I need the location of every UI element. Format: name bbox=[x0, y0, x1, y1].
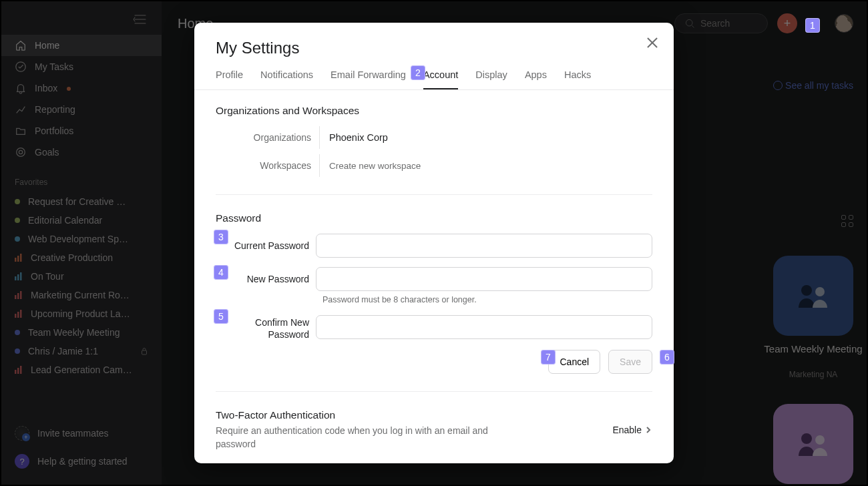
save-button[interactable]: Save bbox=[608, 350, 652, 374]
tfa-enable-button[interactable]: Enable bbox=[612, 425, 652, 435]
tab-notifications[interactable]: Notifications bbox=[260, 69, 313, 89]
divider bbox=[216, 194, 652, 195]
chevron-right-icon bbox=[644, 426, 652, 434]
modal-title: My Settings bbox=[216, 39, 652, 57]
tfa-description: Require an authentication code when you … bbox=[216, 424, 496, 451]
annotation-badge-3: 3 bbox=[214, 230, 228, 244]
tab-account[interactable]: Account bbox=[423, 69, 458, 89]
confirm-password-input[interactable] bbox=[316, 315, 652, 339]
annotation-badge-1: 1 bbox=[805, 18, 820, 33]
tab-email-forwarding[interactable]: Email Forwarding bbox=[331, 69, 406, 89]
tab-profile[interactable]: Profile bbox=[216, 69, 243, 89]
tab-apps[interactable]: Apps bbox=[525, 69, 547, 89]
annotation-badge-7: 7 bbox=[541, 350, 556, 364]
tfa-enable-label: Enable bbox=[612, 425, 642, 435]
workspaces-label: Workspaces bbox=[216, 154, 320, 177]
password-section-title: Password bbox=[216, 212, 652, 224]
create-workspace-link[interactable]: Create new workspace bbox=[320, 161, 421, 171]
annotation-badge-6: 6 bbox=[660, 350, 674, 364]
tfa-title: Two-Factor Authentication bbox=[216, 409, 496, 421]
current-password-input[interactable] bbox=[316, 234, 652, 258]
divider bbox=[216, 391, 652, 392]
tab-display[interactable]: Display bbox=[475, 69, 507, 89]
organizations-label: Organizations bbox=[216, 126, 320, 149]
password-hint: Password must be 8 characters or longer. bbox=[322, 295, 652, 304]
annotation-badge-5: 5 bbox=[214, 309, 228, 324]
close-button[interactable] bbox=[646, 36, 659, 49]
settings-tabs: Profile Notifications Email Forwarding A… bbox=[194, 57, 674, 90]
annotation-badge-4: 4 bbox=[214, 265, 228, 280]
organizations-value: Phoenix Corp bbox=[320, 132, 388, 143]
orgs-section-title: Organizations and Workspaces bbox=[216, 105, 652, 117]
annotation-badge-2: 2 bbox=[411, 65, 425, 80]
current-password-label: Current Password bbox=[216, 234, 316, 258]
new-password-label: New Password bbox=[216, 267, 316, 291]
cancel-button[interactable]: Cancel bbox=[548, 350, 600, 374]
settings-modal: My Settings Profile Notifications Email … bbox=[194, 23, 674, 463]
tab-hacks[interactable]: Hacks bbox=[564, 69, 591, 89]
confirm-password-label: Confirm New Password bbox=[216, 315, 316, 340]
new-password-input[interactable] bbox=[316, 267, 652, 291]
